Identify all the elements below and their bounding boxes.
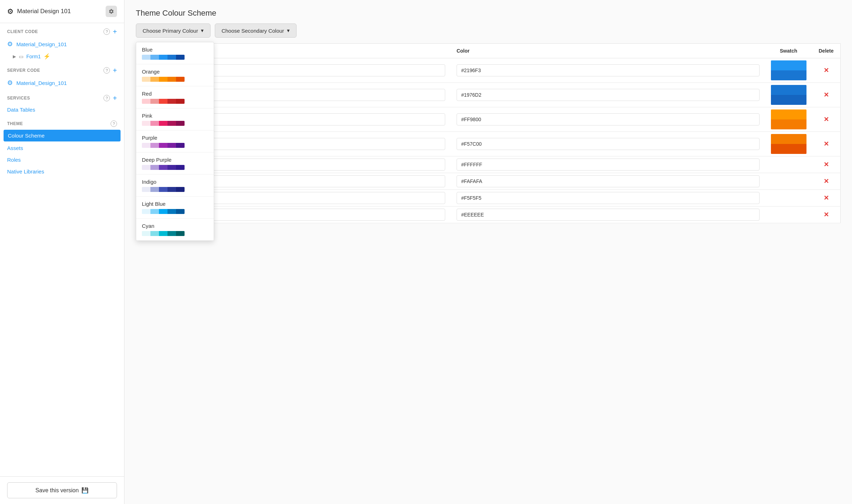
color-cell[interactable] xyxy=(451,107,765,132)
server-code-add-button[interactable]: + xyxy=(113,67,117,74)
gear-icon xyxy=(108,9,114,14)
dropdown-item-indigo[interactable]: Indigo xyxy=(136,175,214,197)
server-code-section: SERVER CODE ? + xyxy=(0,62,124,76)
delete-cell: ✕ xyxy=(812,190,841,207)
col-delete: Delete xyxy=(812,44,841,58)
client-code-section: CLIENT CODE ? + xyxy=(0,23,124,37)
choose-primary-colour-button[interactable]: Choose Primary Colour ▾ xyxy=(136,23,211,38)
dropdown-item-label: Red xyxy=(142,91,208,97)
col-color: Color xyxy=(451,44,765,58)
table-row: ✕ xyxy=(136,190,841,207)
material-design-server-label: Material_Design_101 xyxy=(16,80,67,86)
data-tables-label: Data Tables xyxy=(7,107,35,113)
save-version-button[interactable]: Save this version 💾 xyxy=(7,482,117,498)
color-input[interactable] xyxy=(457,138,760,150)
sidebar-item-roles[interactable]: Roles xyxy=(0,154,124,166)
save-icon: 💾 xyxy=(81,487,89,494)
delete-button[interactable]: ✕ xyxy=(824,116,829,123)
swatch-segment xyxy=(159,121,167,126)
colour-swatch-row xyxy=(142,99,185,104)
color-input[interactable] xyxy=(457,89,760,101)
swatch-segment xyxy=(142,77,150,82)
swatch-segment xyxy=(150,77,159,82)
form1-icon: ▭ xyxy=(19,54,23,59)
swatch-segment xyxy=(142,165,150,170)
client-code-help-icon[interactable]: ? xyxy=(103,28,110,35)
swatch-cell xyxy=(765,107,812,132)
server-code-help-icon[interactable]: ? xyxy=(103,67,110,74)
dropdown-item-deep-purple[interactable]: Deep Purple xyxy=(136,152,214,175)
settings-button[interactable] xyxy=(106,6,117,17)
sidebar-header: ⚙ Material Design 101 xyxy=(0,0,124,23)
swatch-segment xyxy=(176,187,185,192)
color-input[interactable] xyxy=(457,159,760,171)
dropdown-item-pink[interactable]: Pink xyxy=(136,108,214,130)
color-cell[interactable] xyxy=(451,173,765,190)
color-input[interactable] xyxy=(457,113,760,125)
sidebar-item-assets[interactable]: Assets xyxy=(0,142,124,154)
sidebar-item-form1[interactable]: ▶ ▭ Form1 ⚡ xyxy=(0,51,124,62)
color-cell[interactable] xyxy=(451,156,765,173)
sidebar-item-data-tables[interactable]: Data Tables xyxy=(0,104,124,116)
delete-button[interactable]: ✕ xyxy=(824,161,829,168)
native-libraries-label: Native Libraries xyxy=(7,168,44,175)
swatch-segment xyxy=(159,55,167,60)
delete-button[interactable]: ✕ xyxy=(824,178,829,185)
roles-label: Roles xyxy=(7,157,21,163)
color-input[interactable] xyxy=(457,192,760,204)
choose-secondary-colour-button[interactable]: Choose Secondary Colour ▾ xyxy=(215,23,297,38)
colour-scheme-label: Colour Scheme xyxy=(8,133,44,139)
color-cell[interactable] xyxy=(451,58,765,83)
dropdown-item-orange[interactable]: Orange xyxy=(136,64,214,86)
col-swatch: Swatch xyxy=(765,44,812,58)
dropdown-item-light-blue[interactable]: Light Blue xyxy=(136,197,214,219)
swatch-cell xyxy=(765,207,812,223)
sidebar-item-colour-scheme[interactable]: Colour Scheme xyxy=(4,130,121,141)
swatch-segment xyxy=(176,77,185,82)
theme-label: THEME xyxy=(7,121,23,126)
app-icon: ⚙ xyxy=(7,7,14,16)
color-cell[interactable] xyxy=(451,190,765,207)
swatch-segment xyxy=(150,99,159,104)
delete-button[interactable]: ✕ xyxy=(824,211,829,218)
toolbar: Choose Primary Colour ▾ Choose Secondary… xyxy=(124,23,852,43)
client-code-add-button[interactable]: + xyxy=(113,28,117,35)
swatch-segment xyxy=(167,187,176,192)
delete-cell: ✕ xyxy=(812,107,841,132)
sidebar-item-native-libraries[interactable]: Native Libraries xyxy=(0,166,124,177)
swatch-segment xyxy=(176,209,185,214)
color-input[interactable] xyxy=(457,175,760,187)
sidebar-item-material-design-server[interactable]: ⚙ Material_Design_101 xyxy=(0,76,124,90)
color-cell[interactable] xyxy=(451,207,765,223)
dropdown-item-purple[interactable]: Purple xyxy=(136,130,214,152)
color-cell[interactable] xyxy=(451,83,765,107)
delete-button[interactable]: ✕ xyxy=(824,194,829,202)
material-design-client-icon: ⚙ xyxy=(7,40,13,48)
color-input[interactable] xyxy=(457,209,760,221)
swatch-segment xyxy=(150,209,159,214)
delete-button[interactable]: ✕ xyxy=(824,140,829,148)
swatch-segment xyxy=(142,121,150,126)
swatch-block xyxy=(771,60,806,80)
delete-button[interactable]: ✕ xyxy=(824,91,829,98)
swatch-block xyxy=(771,109,806,129)
dropdown-item-cyan[interactable]: Cyan xyxy=(136,219,214,241)
swatch-segment xyxy=(176,231,185,236)
services-add-button[interactable]: + xyxy=(113,95,117,102)
delete-button[interactable]: ✕ xyxy=(824,67,829,74)
swatch-segment xyxy=(142,231,150,236)
dropdown-item-blue[interactable]: Blue xyxy=(136,42,214,64)
swatch-segment xyxy=(142,187,150,192)
dropdown-item-red[interactable]: Red xyxy=(136,86,214,108)
theme-help-icon[interactable]: ? xyxy=(111,120,117,127)
swatch-segment xyxy=(176,121,185,126)
primary-colour-chevron-icon: ▾ xyxy=(201,27,204,34)
color-cell[interactable] xyxy=(451,132,765,156)
color-input[interactable] xyxy=(457,64,760,76)
sidebar-item-material-design-client[interactable]: ⚙ Material_Design_101 xyxy=(0,37,124,51)
dropdown-item-label: Blue xyxy=(142,47,208,53)
services-help-icon[interactable]: ? xyxy=(103,95,110,101)
primary-colour-dropdown[interactable]: BlueOrangeRedPinkPurpleDeep PurpleIndigo… xyxy=(136,42,214,241)
swatch-segment xyxy=(167,143,176,148)
main-header: Theme Colour Scheme xyxy=(124,0,852,23)
